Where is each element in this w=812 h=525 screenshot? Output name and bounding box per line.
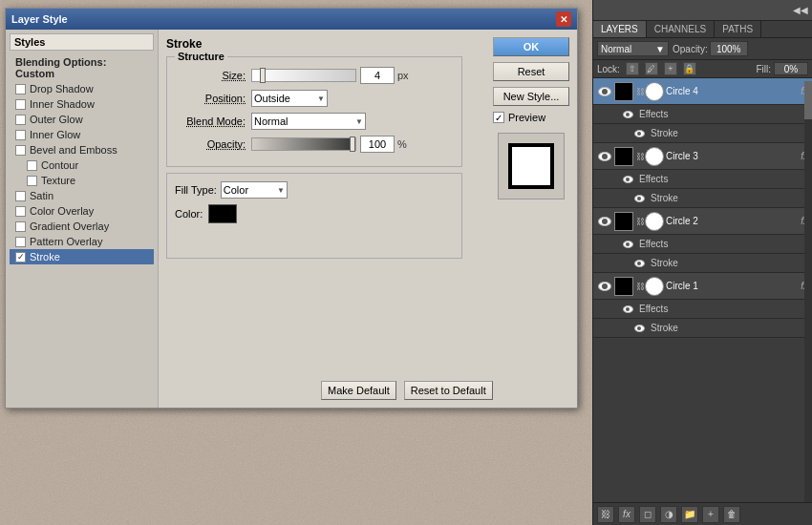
layers-scrollbar[interactable] [804, 81, 812, 502]
sub-layer-stroke-circle1: Stroke [593, 319, 812, 338]
inner-glow-checkbox[interactable] [15, 130, 26, 140]
eye-stroke-circle4-icon [634, 130, 645, 137]
new-group-button[interactable]: 📁 [681, 506, 698, 523]
adjustment-layer-button[interactable]: ◑ [660, 506, 677, 523]
styles-header: Styles [10, 33, 154, 51]
visibility-circle4-button[interactable] [597, 84, 612, 99]
dialog-title: Layer Style [11, 13, 68, 25]
outer-glow-checkbox[interactable] [15, 115, 26, 125]
lock-move-button[interactable]: + [664, 62, 677, 75]
effects-eye-circle3[interactable] [620, 172, 635, 187]
bevel-checkbox[interactable] [15, 145, 26, 156]
reset-to-default-button[interactable]: Reset to Default [404, 381, 493, 400]
stroke-eye-circle3[interactable] [631, 191, 647, 206]
eye-stroke-circle3-icon [634, 195, 645, 202]
opacity-value[interactable]: 100% [710, 41, 748, 56]
link-layers-button[interactable]: ⛓ [597, 506, 614, 523]
style-item-outer-glow[interactable]: Outer Glow [10, 112, 154, 127]
panel-menu-button[interactable]: ◀◀ [789, 3, 812, 17]
opacity-unit: % [397, 138, 407, 150]
position-select[interactable]: Outside ▼ [251, 90, 328, 107]
lock-row: Lock: ⇧ 🖊 + 🔒 Fill: 0% [593, 60, 812, 78]
effects-label-circle2: Effects [639, 239, 668, 249]
size-input[interactable] [360, 67, 395, 84]
gradient-overlay-checkbox[interactable] [15, 221, 26, 232]
layer-item-circle1[interactable]: ⛓ Circle 1 fx [593, 273, 812, 300]
eye-circle4-icon [598, 87, 611, 96]
opacity-slider[interactable] [251, 137, 356, 151]
style-item-bevel[interactable]: Bevel and Emboss [10, 142, 154, 158]
layers-bottom-bar: ⛓ fx ◻ ◑ 📁 + 🗑 [593, 502, 812, 525]
style-item-gradient-overlay[interactable]: Gradient Overlay [10, 219, 154, 234]
style-item-inner-glow[interactable]: Inner Glow [10, 127, 154, 142]
new-layer-button[interactable]: + [702, 506, 719, 523]
effects-eye-circle1[interactable] [620, 302, 635, 317]
layers-panel: ◀◀ LAYERS CHANNELS PATHS Normal ▼ Opacit… [592, 0, 812, 525]
style-item-blending[interactable]: Blending Options: Custom [10, 54, 154, 81]
lock-all-button[interactable]: 🔒 [683, 62, 696, 75]
opacity-input[interactable] [360, 136, 395, 153]
blend-mode-select[interactable]: Normal ▼ [251, 113, 366, 130]
fill-label: Fill: [756, 64, 771, 74]
fill-value[interactable]: 0% [774, 62, 808, 75]
style-item-stroke[interactable]: ✓ Stroke [10, 249, 154, 264]
reset-button[interactable]: Reset [493, 62, 569, 81]
fill-type-arrow-icon: ▼ [277, 186, 285, 195]
style-item-satin[interactable]: Satin [10, 188, 154, 203]
tab-channels[interactable]: CHANNELS [647, 21, 715, 37]
ok-button[interactable]: OK [493, 37, 569, 56]
visibility-circle2-button[interactable] [597, 214, 612, 229]
scrollbar-thumb [804, 81, 812, 119]
blend-mode-dropdown[interactable]: Normal ▼ [597, 41, 669, 56]
layer-name-circle1: Circle 1 [666, 281, 799, 291]
visibility-circle3-button[interactable] [597, 149, 612, 164]
eye-effects-circle1-icon [623, 305, 633, 313]
delete-layer-button[interactable]: 🗑 [723, 506, 740, 523]
stroke-eye-circle1[interactable] [631, 321, 647, 336]
effects-eye-circle4[interactable] [620, 107, 635, 122]
effects-eye-circle2[interactable] [620, 237, 635, 252]
style-item-pattern-overlay[interactable]: Pattern Overlay [10, 234, 154, 249]
size-slider[interactable] [251, 69, 356, 82]
blend-mode-row: Blend Mode: Normal ▼ [175, 113, 454, 130]
style-item-contour[interactable]: Contour [10, 158, 154, 173]
opacity-label: Opacity: [175, 138, 251, 150]
layer-thumb-black-circle2 [614, 212, 633, 231]
make-default-button[interactable]: Make Default [321, 381, 396, 400]
pattern-overlay-checkbox[interactable] [15, 237, 26, 247]
add-style-button[interactable]: fx [618, 506, 635, 523]
tab-paths[interactable]: PATHS [715, 21, 761, 37]
lock-paint-button[interactable]: 🖊 [645, 62, 658, 75]
style-item-texture[interactable]: Texture [10, 173, 154, 188]
stroke-eye-circle2[interactable] [631, 256, 647, 271]
stroke-checkbox[interactable]: ✓ [15, 252, 26, 262]
position-label: Position: [175, 93, 251, 104]
stroke-label-circle1: Stroke [651, 323, 678, 333]
inner-shadow-checkbox[interactable] [15, 99, 26, 110]
tab-layers[interactable]: LAYERS [593, 21, 647, 37]
style-item-inner-shadow[interactable]: Inner Shadow [10, 96, 154, 112]
preview-checkbox[interactable]: ✓ [493, 112, 504, 123]
drop-shadow-checkbox[interactable] [15, 84, 26, 94]
texture-checkbox[interactable] [27, 176, 37, 186]
sub-layer-stroke-circle2: Stroke [593, 254, 812, 273]
close-button[interactable]: ✕ [556, 11, 571, 27]
contour-checkbox[interactable] [27, 160, 37, 171]
stroke-eye-circle4[interactable] [631, 126, 647, 141]
layer-item-circle2[interactable]: ⛓ Circle 2 fx [593, 208, 812, 235]
new-style-button[interactable]: New Style... [493, 87, 569, 106]
style-item-drop-shadow[interactable]: Drop Shadow [10, 81, 154, 96]
add-mask-button[interactable]: ◻ [639, 506, 656, 523]
layer-item-circle3[interactable]: ⛓ Circle 3 fx [593, 143, 812, 170]
eye-circle2-icon [598, 217, 611, 226]
layer-name-circle4: Circle 4 [666, 86, 799, 96]
color-overlay-checkbox[interactable] [15, 206, 26, 217]
color-swatch[interactable] [208, 204, 237, 223]
lock-position-button[interactable]: ⇧ [626, 62, 639, 75]
style-item-color-overlay[interactable]: Color Overlay [10, 203, 154, 219]
layer-item-circle4[interactable]: ⛓ Circle 4 fx [593, 78, 812, 105]
visibility-circle1-button[interactable] [597, 279, 612, 294]
satin-checkbox[interactable] [15, 191, 26, 201]
fill-type-select[interactable]: Color ▼ [221, 181, 288, 199]
lock-label: Lock: [597, 64, 620, 74]
